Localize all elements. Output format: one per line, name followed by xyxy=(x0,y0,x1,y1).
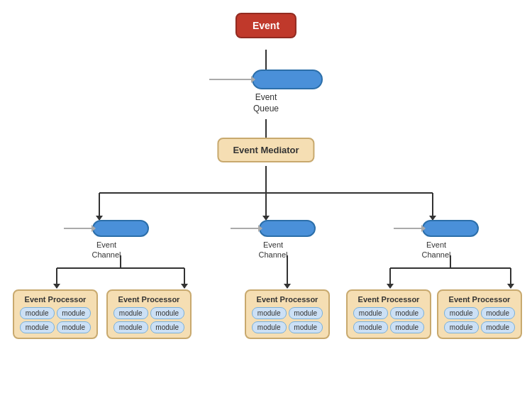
processor-1-label: Event Processor xyxy=(20,295,91,304)
channel-center-arrow xyxy=(231,228,259,229)
svg-marker-11 xyxy=(53,284,60,289)
channel-center-label: EventChannel xyxy=(231,240,316,260)
event-queue-visual xyxy=(209,70,323,89)
queue-flow-arrow xyxy=(209,79,252,80)
processor-5: Event Processor module module module mod… xyxy=(437,289,522,339)
svg-marker-22 xyxy=(507,284,514,289)
module: module xyxy=(20,321,55,333)
processor-1: Event Processor module module module mod… xyxy=(13,289,98,339)
channel-center-visual xyxy=(231,220,316,237)
arrow-queue-to-mediator xyxy=(265,119,267,139)
channel-left-visual xyxy=(64,220,149,237)
svg-marker-13 xyxy=(181,284,188,289)
channel-center-pill xyxy=(259,220,316,237)
event-queue-label: EventQueue xyxy=(253,92,279,114)
module: module xyxy=(57,307,92,319)
branches-svg xyxy=(0,165,532,221)
module: module xyxy=(390,307,425,319)
svg-marker-20 xyxy=(387,284,394,289)
svg-marker-16 xyxy=(284,284,291,289)
module: module xyxy=(481,307,516,319)
event-node: Event xyxy=(235,13,297,38)
processor-4-label: Event Processor xyxy=(353,295,424,304)
processor-4: Event Processor module module module mod… xyxy=(346,289,431,339)
event-label: Event xyxy=(253,20,279,31)
event-queue-pill xyxy=(252,70,323,89)
event-queue-container: EventQueue xyxy=(209,70,323,114)
module: module xyxy=(150,307,185,319)
module: module xyxy=(390,321,425,333)
module: module xyxy=(289,321,323,333)
processor-5-modules: module module module module xyxy=(444,307,515,333)
processor-3-label: Event Processor xyxy=(252,295,323,304)
module: module xyxy=(150,321,185,333)
channel-left-label: EventChannel xyxy=(64,240,149,260)
channel-left-pill xyxy=(92,220,149,237)
module: module xyxy=(289,307,323,319)
processor-2-label: Event Processor xyxy=(113,295,184,304)
module: module xyxy=(252,321,287,333)
module: module xyxy=(113,307,148,319)
channel-right-visual xyxy=(394,220,479,237)
processor-3: Event Processor module module module mod… xyxy=(245,289,330,339)
module: module xyxy=(444,321,479,333)
processor-1-modules: module module module module xyxy=(20,307,91,333)
module: module xyxy=(353,307,388,319)
channel-right-label: EventChannel xyxy=(394,240,479,260)
channel-right-pill xyxy=(422,220,479,237)
channel-left: EventChannel xyxy=(64,220,149,260)
architecture-diagram: Event EventQueue Event Mediator xyxy=(0,0,532,410)
processor-3-modules: module module module module xyxy=(252,307,323,333)
event-mediator-box: Event Mediator xyxy=(217,138,314,162)
channel-right-arrow xyxy=(394,228,422,229)
module: module xyxy=(113,321,148,333)
module: module xyxy=(481,321,516,333)
event-mediator-label: Event Mediator xyxy=(233,145,299,155)
processor-5-label: Event Processor xyxy=(444,295,515,304)
arrow-event-to-queue xyxy=(265,50,267,71)
module: module xyxy=(20,307,55,319)
processor-2-modules: module module module module xyxy=(113,307,184,333)
channel-left-arrow xyxy=(64,228,92,229)
module: module xyxy=(252,307,287,319)
channel-center: EventChannel xyxy=(231,220,316,260)
module: module xyxy=(444,307,479,319)
processor-2: Event Processor module module module mod… xyxy=(106,289,192,339)
processor-4-modules: module module module module xyxy=(353,307,424,333)
module: module xyxy=(57,321,92,333)
channel-right: EventChannel xyxy=(394,220,479,260)
module: module xyxy=(353,321,388,333)
